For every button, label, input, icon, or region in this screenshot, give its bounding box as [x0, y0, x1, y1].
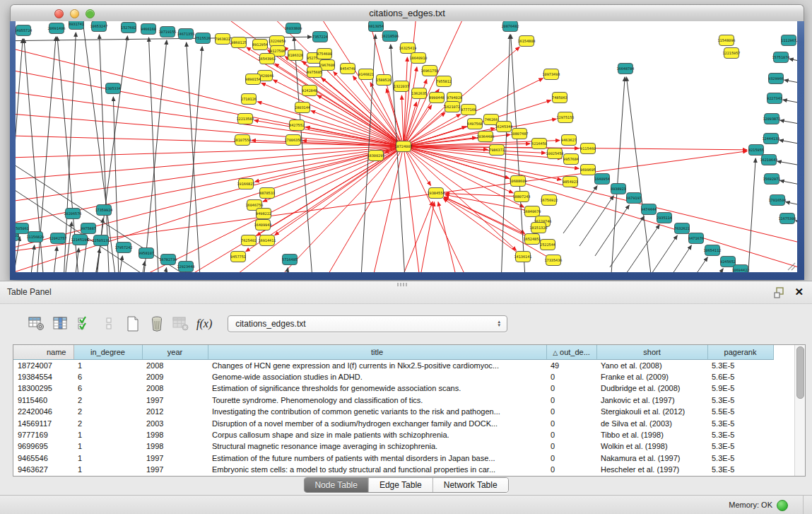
graph-edge[interactable] [783, 100, 797, 112]
table-row[interactable]: 977716911998Corpus callosum shape and si… [13, 429, 773, 440]
graph-edge[interactable] [608, 77, 625, 272]
graph-node[interactable]: 9466160 [141, 24, 156, 35]
delete-column-icon[interactable] [147, 315, 166, 333]
graph-edge[interactable] [784, 80, 797, 92]
table-row[interactable]: 946362711997Embryonic stem cells: a mode… [13, 464, 773, 475]
table-scrollbar[interactable] [794, 345, 805, 476]
graph-node[interactable]: 18300295 [367, 151, 385, 161]
graph-node[interactable]: 17006350 [285, 135, 302, 146]
graph-edge[interactable] [595, 205, 629, 256]
graph-node[interactable]: 10688609 [510, 176, 527, 187]
graph-node[interactable]: 16033809 [285, 23, 302, 34]
graph-node[interactable]: 9146821 [358, 69, 374, 80]
graph-node[interactable]: 17359924 [95, 205, 113, 216]
zoom-window-button[interactable] [86, 9, 95, 18]
graph-node[interactable]: 15751074 [772, 52, 790, 63]
graph-edge[interactable] [276, 268, 288, 272]
graph-node[interactable]: 16210643 [760, 155, 778, 165]
graph-node[interactable]: 12505135 [93, 235, 110, 246]
graph-edge[interactable] [779, 140, 797, 153]
graph-node[interactable]: 16218506 [382, 31, 399, 42]
graph-node[interactable]: 16245344 [495, 122, 513, 132]
graph-node[interactable]: 12145194 [71, 235, 89, 245]
graph-node[interactable]: 16648784 [617, 64, 635, 74]
graph-node[interactable]: 12093872 [763, 114, 781, 124]
table-row[interactable]: 969969511998Structural magnetic resonanc… [13, 440, 773, 452]
graph-node[interactable]: 1621072 [445, 102, 460, 112]
graph-node[interactable]: 10694422 [732, 265, 750, 273]
graph-node[interactable]: 12042757 [49, 233, 67, 244]
graph-node[interactable]: 1112967 [781, 35, 796, 46]
column-header-pagerank[interactable]: pagerank [707, 345, 773, 359]
graph-node[interactable]: 7963822 [215, 34, 230, 45]
graph-node[interactable]: 8754600 [317, 49, 332, 59]
graph-node[interactable]: 9890154 [245, 74, 261, 85]
graph-node[interactable]: 19166827 [237, 179, 255, 189]
table-mode-icon[interactable] [27, 315, 46, 333]
graph-node[interactable]: 7955812 [436, 76, 452, 87]
graph-node[interactable]: 17016504 [769, 195, 787, 206]
column-header-year[interactable]: year [142, 345, 208, 359]
row-checks-icon[interactable] [75, 315, 94, 333]
graph-node[interactable]: 12975155 [557, 112, 575, 123]
graph-node[interactable]: 9699695 [580, 165, 596, 175]
graph-node[interactable]: 16756922 [541, 195, 558, 206]
graph-edge[interactable] [16, 146, 404, 159]
graph-edge[interactable] [404, 146, 425, 272]
graph-edge[interactable] [438, 202, 468, 272]
graph-node[interactable]: 1322037 [394, 81, 409, 92]
graph-node[interactable]: 6679197 [626, 193, 642, 204]
graph-edge[interactable] [625, 225, 659, 272]
graph-edge[interactable] [298, 146, 404, 272]
close-window-button[interactable] [54, 9, 64, 18]
graph-node[interactable]: 17957242 [115, 243, 133, 253]
graph-node[interactable]: 2935114 [657, 213, 672, 223]
graph-node[interactable]: 9975887 [81, 223, 96, 234]
graph-node[interactable]: 14136141 [514, 252, 532, 262]
graph-node[interactable]: 11675300 [779, 214, 796, 224]
table-row[interactable]: 911546021997Tourette syndrome. Phenomeno… [13, 395, 773, 406]
graph-node[interactable]: 9463627 [561, 135, 577, 146]
graph-node[interactable]: 8813054 [368, 21, 384, 32]
graph-node[interactable]: 10654112 [704, 245, 722, 256]
graph-node[interactable]: 10719155 [159, 27, 177, 37]
table-row[interactable]: 946554611997Estimation of the future num… [13, 452, 773, 464]
float-panel-icon[interactable] [774, 287, 785, 298]
graph-edge[interactable] [16, 237, 20, 272]
column-header-title[interactable]: title [208, 345, 546, 359]
network-view-canvas[interactable]: 1405572420691406893174110653247152760294… [16, 21, 797, 272]
graph-edge[interactable] [182, 47, 202, 272]
graph-node[interactable]: 18724007 [395, 141, 413, 152]
graph-edge[interactable] [626, 77, 657, 272]
graph-edge[interactable] [275, 146, 404, 235]
function-builder-icon[interactable]: f(x) [196, 317, 212, 330]
graph-node[interactable]: 1588520 [376, 75, 392, 86]
table-row[interactable]: 1938455462009Genome-wide association stu… [13, 371, 773, 382]
graph-edge[interactable] [187, 42, 203, 272]
graph-node[interactable]: 8454749 [340, 64, 355, 74]
graph-node[interactable]: 2305334 [105, 83, 121, 94]
graph-node[interactable]: 10973493 [543, 69, 560, 80]
graph-node[interactable]: 9958107 [139, 248, 154, 259]
graph-node[interactable]: 7986372 [489, 145, 505, 156]
graph-edge[interactable] [134, 262, 145, 272]
graph-node[interactable]: 9777169 [461, 105, 476, 115]
graph-node[interactable]: 16782739 [160, 255, 177, 265]
graph-node[interactable]: 12213583 [237, 114, 254, 124]
graph-edge[interactable] [404, 146, 797, 272]
graph-node[interactable]: 14055724 [16, 25, 33, 36]
graph-node[interactable]: 8931741 [69, 21, 84, 30]
graph-node[interactable]: 16543962 [259, 54, 276, 64]
graph-node[interactable]: 16914411 [259, 235, 276, 246]
graph-node[interactable]: 8215955 [748, 145, 764, 156]
graph-node[interactable]: 13226058 [269, 36, 286, 47]
graph-node[interactable]: 10025458 [546, 148, 564, 159]
graph-node[interactable]: 8990448 [429, 93, 445, 103]
column-header-short[interactable]: short [596, 345, 707, 359]
graph-node[interactable]: 17335436 [545, 255, 563, 266]
graph-node[interactable]: 9957684 [563, 154, 579, 165]
graph-node[interactable]: 1527602 [121, 23, 136, 33]
graph-node[interactable]: 7485063 [552, 93, 567, 103]
column-header-out_degree[interactable]: △out_de... [546, 345, 596, 359]
minimize-window-button[interactable] [70, 9, 79, 18]
